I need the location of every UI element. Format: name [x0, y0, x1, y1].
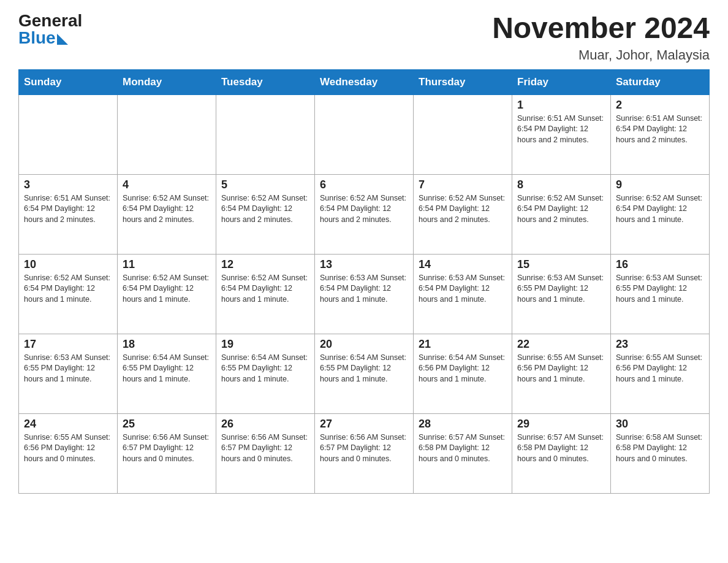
logo-general-text: General — [18, 12, 82, 29]
weekday-header-monday: Monday — [118, 69, 216, 94]
weekday-header-sunday: Sunday — [19, 69, 118, 94]
day-info: Sunrise: 6:52 AM Sunset: 6:54 PM Dayligh… — [123, 193, 211, 226]
day-number: 13 — [320, 258, 408, 271]
day-number: 30 — [616, 418, 704, 431]
weekday-header-friday: Friday — [512, 69, 611, 94]
day-info: Sunrise: 6:51 AM Sunset: 6:54 PM Dayligh… — [517, 113, 605, 146]
day-info: Sunrise: 6:55 AM Sunset: 6:56 PM Dayligh… — [616, 353, 704, 385]
calendar-cell: 1Sunrise: 6:51 AM Sunset: 6:54 PM Daylig… — [512, 94, 611, 174]
day-number: 2 — [616, 99, 704, 112]
calendar-cell: 25Sunrise: 6:56 AM Sunset: 6:57 PM Dayli… — [118, 413, 216, 493]
day-info: Sunrise: 6:53 AM Sunset: 6:54 PM Dayligh… — [320, 273, 408, 305]
calendar-cell: 11Sunrise: 6:52 AM Sunset: 6:54 PM Dayli… — [118, 254, 216, 334]
day-number: 14 — [419, 258, 507, 271]
day-number: 5 — [221, 178, 309, 191]
day-info: Sunrise: 6:52 AM Sunset: 6:54 PM Dayligh… — [419, 193, 507, 226]
calendar-cell: 5Sunrise: 6:52 AM Sunset: 6:54 PM Daylig… — [216, 174, 315, 254]
week-row-1: 1Sunrise: 6:51 AM Sunset: 6:54 PM Daylig… — [19, 94, 710, 174]
day-info: Sunrise: 6:56 AM Sunset: 6:57 PM Dayligh… — [123, 432, 211, 465]
calendar-cell: 17Sunrise: 6:53 AM Sunset: 6:55 PM Dayli… — [19, 334, 118, 413]
day-info: Sunrise: 6:57 AM Sunset: 6:58 PM Dayligh… — [517, 432, 605, 465]
week-row-3: 10Sunrise: 6:52 AM Sunset: 6:54 PM Dayli… — [19, 254, 710, 334]
day-number: 21 — [419, 338, 507, 351]
day-info: Sunrise: 6:53 AM Sunset: 6:55 PM Dayligh… — [24, 353, 112, 385]
day-info: Sunrise: 6:54 AM Sunset: 6:55 PM Dayligh… — [320, 353, 408, 385]
day-number: 20 — [320, 338, 408, 351]
day-number: 19 — [221, 338, 309, 351]
calendar-cell: 2Sunrise: 6:51 AM Sunset: 6:54 PM Daylig… — [611, 94, 710, 174]
day-info: Sunrise: 6:51 AM Sunset: 6:54 PM Dayligh… — [24, 193, 112, 226]
day-info: Sunrise: 6:52 AM Sunset: 6:54 PM Dayligh… — [221, 193, 309, 226]
day-number: 18 — [123, 338, 211, 351]
day-number: 17 — [24, 338, 112, 351]
day-info: Sunrise: 6:53 AM Sunset: 6:54 PM Dayligh… — [419, 273, 507, 305]
calendar-cell: 4Sunrise: 6:52 AM Sunset: 6:54 PM Daylig… — [118, 174, 216, 254]
calendar-cell: 6Sunrise: 6:52 AM Sunset: 6:54 PM Daylig… — [315, 174, 414, 254]
day-number: 28 — [419, 418, 507, 431]
day-number: 10 — [24, 258, 112, 271]
day-info: Sunrise: 6:57 AM Sunset: 6:58 PM Dayligh… — [419, 432, 507, 465]
week-row-4: 17Sunrise: 6:53 AM Sunset: 6:55 PM Dayli… — [19, 334, 710, 413]
day-info: Sunrise: 6:56 AM Sunset: 6:57 PM Dayligh… — [320, 432, 408, 465]
day-info: Sunrise: 6:58 AM Sunset: 6:58 PM Dayligh… — [616, 432, 704, 465]
day-number: 12 — [221, 258, 309, 271]
day-number: 27 — [320, 418, 408, 431]
day-info: Sunrise: 6:52 AM Sunset: 6:54 PM Dayligh… — [24, 273, 112, 305]
day-number: 25 — [123, 418, 211, 431]
calendar-table: SundayMondayTuesdayWednesdayThursdayFrid… — [18, 69, 710, 494]
calendar-cell: 13Sunrise: 6:53 AM Sunset: 6:54 PM Dayli… — [315, 254, 414, 334]
calendar-cell — [118, 94, 216, 174]
calendar-title: November 2024 — [492, 12, 710, 45]
calendar-cell: 24Sunrise: 6:55 AM Sunset: 6:56 PM Dayli… — [19, 413, 118, 493]
calendar-cell: 10Sunrise: 6:52 AM Sunset: 6:54 PM Dayli… — [19, 254, 118, 334]
day-info: Sunrise: 6:52 AM Sunset: 6:54 PM Dayligh… — [517, 193, 605, 226]
day-info: Sunrise: 6:54 AM Sunset: 6:55 PM Dayligh… — [123, 353, 211, 385]
logo: General Blue — [18, 12, 82, 47]
title-area: November 2024 Muar, Johor, Malaysia — [492, 12, 710, 63]
calendar-cell — [216, 94, 315, 174]
day-info: Sunrise: 6:55 AM Sunset: 6:56 PM Dayligh… — [517, 353, 605, 385]
calendar-cell: 28Sunrise: 6:57 AM Sunset: 6:58 PM Dayli… — [414, 413, 512, 493]
day-number: 4 — [123, 178, 211, 191]
day-info: Sunrise: 6:53 AM Sunset: 6:55 PM Dayligh… — [517, 273, 605, 305]
day-number: 22 — [517, 338, 605, 351]
weekday-header-wednesday: Wednesday — [315, 69, 414, 94]
calendar-cell: 30Sunrise: 6:58 AM Sunset: 6:58 PM Dayli… — [611, 413, 710, 493]
calendar-cell: 3Sunrise: 6:51 AM Sunset: 6:54 PM Daylig… — [19, 174, 118, 254]
day-number: 9 — [616, 178, 704, 191]
weekday-header-thursday: Thursday — [414, 69, 512, 94]
day-number: 11 — [123, 258, 211, 271]
calendar-cell: 14Sunrise: 6:53 AM Sunset: 6:54 PM Dayli… — [414, 254, 512, 334]
calendar-cell: 18Sunrise: 6:54 AM Sunset: 6:55 PM Dayli… — [118, 334, 216, 413]
calendar-cell: 16Sunrise: 6:53 AM Sunset: 6:55 PM Dayli… — [611, 254, 710, 334]
week-row-5: 24Sunrise: 6:55 AM Sunset: 6:56 PM Dayli… — [19, 413, 710, 493]
calendar-cell: 19Sunrise: 6:54 AM Sunset: 6:55 PM Dayli… — [216, 334, 315, 413]
day-number: 15 — [517, 258, 605, 271]
day-number: 26 — [221, 418, 309, 431]
day-info: Sunrise: 6:51 AM Sunset: 6:54 PM Dayligh… — [616, 113, 704, 146]
day-info: Sunrise: 6:52 AM Sunset: 6:54 PM Dayligh… — [123, 273, 211, 305]
day-info: Sunrise: 6:55 AM Sunset: 6:56 PM Dayligh… — [24, 432, 112, 465]
calendar-cell — [19, 94, 118, 174]
day-number: 24 — [24, 418, 112, 431]
calendar-cell — [414, 94, 512, 174]
calendar-cell: 26Sunrise: 6:56 AM Sunset: 6:57 PM Dayli… — [216, 413, 315, 493]
day-number: 23 — [616, 338, 704, 351]
day-info: Sunrise: 6:53 AM Sunset: 6:55 PM Dayligh… — [616, 273, 704, 305]
calendar-cell: 8Sunrise: 6:52 AM Sunset: 6:54 PM Daylig… — [512, 174, 611, 254]
header: General Blue November 2024 Muar, Johor, … — [18, 12, 710, 63]
calendar-cell: 23Sunrise: 6:55 AM Sunset: 6:56 PM Dayli… — [611, 334, 710, 413]
weekday-header-saturday: Saturday — [611, 69, 710, 94]
calendar-cell: 21Sunrise: 6:54 AM Sunset: 6:56 PM Dayli… — [414, 334, 512, 413]
day-info: Sunrise: 6:54 AM Sunset: 6:55 PM Dayligh… — [221, 353, 309, 385]
day-number: 8 — [517, 178, 605, 191]
day-number: 16 — [616, 258, 704, 271]
day-info: Sunrise: 6:54 AM Sunset: 6:56 PM Dayligh… — [419, 353, 507, 385]
day-number: 7 — [419, 178, 507, 191]
calendar-cell: 20Sunrise: 6:54 AM Sunset: 6:55 PM Dayli… — [315, 334, 414, 413]
weekday-header-row: SundayMondayTuesdayWednesdayThursdayFrid… — [19, 69, 710, 94]
day-number: 29 — [517, 418, 605, 431]
calendar-subtitle: Muar, Johor, Malaysia — [492, 47, 710, 63]
day-info: Sunrise: 6:56 AM Sunset: 6:57 PM Dayligh… — [221, 432, 309, 465]
day-info: Sunrise: 6:52 AM Sunset: 6:54 PM Dayligh… — [221, 273, 309, 305]
